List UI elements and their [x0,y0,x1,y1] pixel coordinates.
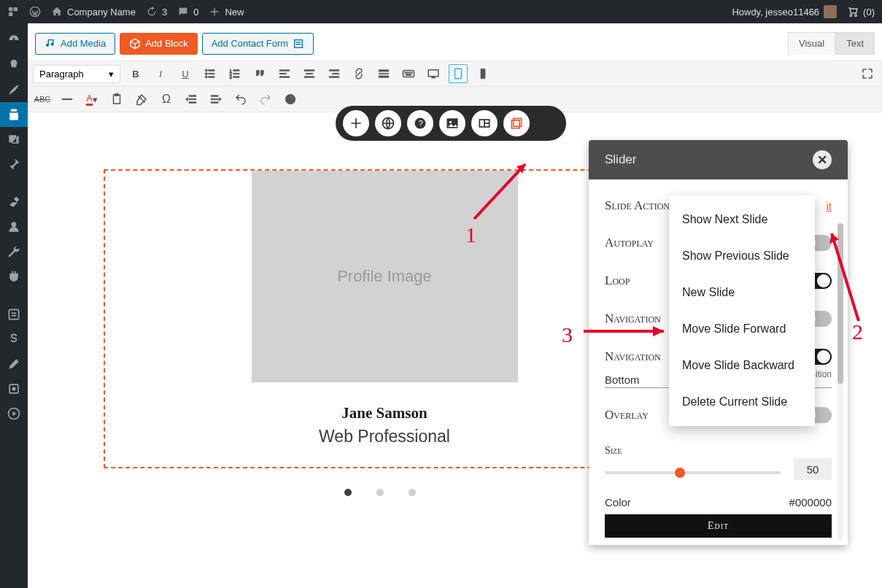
redo-button[interactable] [256,90,275,109]
align-left-button[interactable] [275,64,294,83]
globe-action[interactable] [375,110,401,136]
more-button[interactable] [374,64,393,83]
slide-action-edit-link[interactable]: it [827,200,832,212]
tab-visual[interactable]: Visual [788,32,835,55]
sidebar-dashboard[interactable] [0,28,28,53]
svg-rect-66 [485,120,489,123]
dd-new-slide[interactable]: New Slide [669,274,815,311]
keyboard-button[interactable] [399,64,418,83]
svg-rect-30 [306,73,313,74]
slider-action[interactable] [503,110,530,136]
undo-button[interactable] [231,90,250,109]
textcolor-button[interactable]: A ▾ [82,90,101,109]
sidebar-appearance[interactable] [0,190,28,214]
strike-button[interactable]: ABC [33,90,52,109]
sidebar-media[interactable] [0,127,28,152]
howdy-user[interactable]: Howdy, jesseo11466 [732,5,837,18]
sidebar-settings2[interactable] [0,376,28,401]
dd-show-next[interactable]: Show Next Slide [669,201,815,238]
sidebar-play[interactable] [0,401,28,426]
dd-move-forward[interactable]: Move Slide Forward [669,311,815,347]
fullscreen-button[interactable] [858,64,877,83]
tablet-button[interactable] [449,64,468,83]
size-value[interactable]: 50 [794,458,832,480]
svg-rect-5 [9,309,18,319]
number-list-button[interactable]: 123 [225,64,244,83]
avatar [824,5,837,18]
sidebar-pages[interactable] [0,102,28,127]
size-slider[interactable] [605,471,781,474]
comments-count: 0 [193,7,198,18]
format-select[interactable]: Paragraph ▾ [33,65,120,83]
plus-icon [209,6,220,18]
size-label: Size [605,445,832,457]
sidebar-pin[interactable] [0,152,28,177]
mobile-button[interactable] [473,64,492,83]
color-edit-button[interactable]: Edit [605,514,832,538]
site-link[interactable]: Company Name [51,6,136,18]
help-button[interactable]: ? [281,90,300,109]
annotation-arrow-2 [826,226,870,330]
user-icon [7,220,21,234]
dot-2[interactable] [376,489,384,496]
clear-button[interactable] [132,90,151,109]
indent-button[interactable] [206,90,225,109]
new-link[interactable]: New [209,6,244,18]
bold-button[interactable]: B [126,64,145,83]
comments-link[interactable]: 0 [177,6,198,18]
wordpress-icon[interactable] [29,6,41,18]
dd-delete[interactable]: Delete Current Slide [669,384,815,420]
sidebar-brush[interactable] [0,77,28,102]
sidebar-plugins[interactable] [0,264,28,289]
quote-button[interactable] [250,64,269,83]
annotation-arrow-3 [580,321,675,345]
image-action[interactable] [439,110,465,136]
cart-link[interactable]: (0) [847,6,875,18]
svg-rect-47 [481,69,485,79]
desktop-button[interactable] [424,64,443,83]
align-center-button[interactable] [300,64,319,83]
svg-rect-44 [428,70,438,77]
tab-text[interactable]: Text [835,32,875,55]
paste-button[interactable] [107,90,126,109]
updates-link[interactable]: 3 [146,6,167,18]
svg-line-70 [474,164,525,219]
add-media-button[interactable]: Add Media [35,33,115,55]
svg-point-63 [449,121,452,123]
color-label: Color [605,496,631,508]
bullet-list-button[interactable] [201,64,220,83]
underline-button[interactable]: U [176,64,195,83]
sidebar-updates[interactable] [0,53,28,77]
sidebar-feedback[interactable] [0,302,28,327]
dd-show-prev[interactable]: Show Previous Slide [669,238,815,274]
dot-3[interactable] [409,489,416,496]
dot-1[interactable] [344,489,352,496]
align-right-button[interactable] [325,64,344,83]
hr-button[interactable] [58,90,77,109]
add-block-button[interactable]: Add Block [120,33,198,55]
outdent-button[interactable] [182,90,201,109]
layout-action[interactable] [471,110,498,136]
dd-move-backward[interactable]: Move Slide Backward [669,347,815,384]
link-button[interactable] [349,64,368,83]
add-action[interactable] [343,110,369,136]
add-contact-button[interactable]: Add Contact Form [202,33,314,55]
sidebar-pencil[interactable] [0,352,28,376]
svg-rect-50 [115,94,119,96]
close-panel-button[interactable]: ✕ [813,150,832,169]
italic-button[interactable]: I [151,64,170,83]
slider-block[interactable]: Profile Image Jane Samson Web Profession… [104,169,665,468]
sidebar-seo[interactable] [0,327,28,352]
pages-icon [7,107,21,122]
omega-button[interactable]: Ω [157,90,176,109]
ubuntu-icon[interactable] [7,6,19,18]
help-action[interactable]: ? [407,110,433,136]
sidebar-users[interactable] [0,214,28,239]
svg-rect-36 [379,73,389,74]
svg-rect-15 [209,70,214,71]
svg-rect-21 [233,70,239,71]
svg-rect-31 [304,77,314,78]
site-name: Company Name [67,7,136,18]
svg-rect-46 [455,69,462,79]
sidebar-tools[interactable] [0,239,28,264]
